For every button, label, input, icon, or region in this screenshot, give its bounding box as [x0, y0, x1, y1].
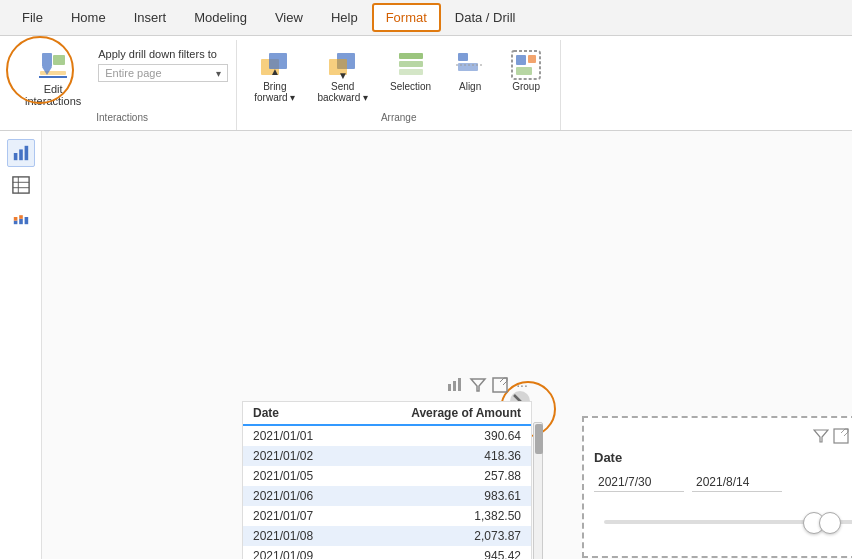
svg-rect-41	[834, 429, 848, 443]
table-row: 2021/01/06983.61	[243, 486, 531, 506]
svg-rect-39	[493, 378, 507, 392]
table-cell-amount: 418.36	[353, 446, 531, 466]
svg-marker-40	[814, 430, 828, 442]
svg-rect-32	[24, 217, 28, 224]
filter-icon[interactable]	[469, 376, 487, 394]
expand-icon-svg	[491, 376, 509, 394]
svg-rect-18	[516, 55, 526, 65]
svg-rect-31	[19, 215, 23, 219]
table-row: 2021/01/02418.36	[243, 446, 531, 466]
drill-filter-select[interactable]: Entire page ▾	[98, 64, 228, 82]
arrange-group-label: Arrange	[245, 112, 552, 126]
svg-rect-28	[13, 221, 17, 225]
selection-label: Selection	[390, 81, 431, 92]
align-button[interactable]: Align	[444, 44, 496, 97]
edit-interactions-button[interactable]: Edit interactions	[16, 44, 90, 112]
drill-filter-value: Entire page	[105, 67, 161, 79]
svg-text:▲: ▲	[270, 66, 280, 77]
left-sidebar	[0, 131, 42, 559]
table-visual: ··· Date Average of Amount 2021/01/01390…	[242, 401, 532, 559]
table-cell-date: 2021/01/05	[243, 466, 353, 486]
tab-home[interactable]: Home	[57, 2, 120, 33]
tab-data-drill[interactable]: Data / Drill	[441, 2, 530, 33]
ribbon: File Home Insert Modeling View Help Form…	[0, 0, 852, 131]
svg-rect-0	[40, 71, 66, 75]
align-label: Align	[459, 81, 481, 92]
date-slicer-toolbar: ···	[594, 428, 852, 444]
tab-view[interactable]: View	[261, 2, 317, 33]
bring-forward-icon: ▲	[259, 49, 291, 81]
svg-rect-35	[448, 384, 451, 391]
svg-rect-12	[399, 61, 423, 67]
table-cell-amount: 983.61	[353, 486, 531, 506]
slicer-filter-icon[interactable]	[813, 428, 829, 444]
ribbon-content: Edit interactions Apply drill down filte…	[0, 36, 852, 130]
interactions-group-label: Interactions	[16, 112, 228, 126]
selection-button[interactable]: Selection	[381, 44, 440, 97]
svg-marker-38	[471, 379, 485, 391]
pencil-icon	[37, 49, 69, 81]
group-button[interactable]: Group	[500, 44, 552, 97]
col-header-date: Date	[243, 402, 353, 425]
slicer-expand-icon[interactable]	[833, 428, 849, 444]
svg-rect-20	[516, 67, 532, 75]
table-cell-date: 2021/01/01	[243, 425, 353, 446]
send-backward-label: Sendbackward ▾	[317, 81, 368, 103]
slicer-expand-icon-svg	[833, 428, 849, 444]
tab-file[interactable]: File	[8, 2, 57, 33]
tab-modeling[interactable]: Modeling	[180, 2, 261, 33]
svg-rect-11	[399, 53, 423, 59]
canvas-area: ··· Date Average of Amount 2021/01/01390…	[42, 131, 852, 559]
send-backward-button[interactable]: ▼ Sendbackward ▾	[308, 44, 377, 108]
svg-rect-14	[458, 53, 468, 61]
sidebar-item-table[interactable]	[7, 171, 35, 199]
date-start-input[interactable]	[594, 473, 684, 492]
interactions-inner: Edit interactions Apply drill down filte…	[16, 44, 228, 112]
date-slider[interactable]	[604, 506, 852, 536]
bar-chart-icon	[12, 144, 30, 162]
table-row: 2021/01/01390.64	[243, 425, 531, 446]
bring-forward-button[interactable]: ▲ Bringforward ▾	[245, 44, 304, 108]
interactions-group: Edit interactions Apply drill down filte…	[8, 40, 237, 130]
svg-text:▼: ▼	[338, 70, 348, 81]
date-end-input[interactable]	[692, 473, 782, 492]
date-slicer: ··· Date	[582, 416, 852, 558]
scrollbar-thumb[interactable]	[535, 424, 543, 454]
svg-rect-21	[13, 153, 17, 160]
table-cell-amount: 945.42	[353, 546, 531, 559]
drill-filter-section: Apply drill down filters to Entire page …	[98, 44, 228, 82]
date-inputs	[594, 473, 852, 492]
table-cell-amount: 1,382.50	[353, 506, 531, 526]
sidebar-item-stacked-bar[interactable]	[7, 203, 35, 231]
svg-rect-19	[528, 55, 536, 63]
date-slicer-title: Date	[594, 450, 852, 465]
table-cell-date: 2021/01/07	[243, 506, 353, 526]
svg-rect-3	[53, 55, 65, 65]
scrollbar-track[interactable]	[533, 422, 543, 559]
svg-rect-22	[19, 149, 23, 160]
table-cell-amount: 2,073.87	[353, 526, 531, 546]
svg-rect-29	[13, 217, 17, 221]
col-header-amount: Average of Amount	[353, 402, 531, 425]
svg-rect-37	[458, 378, 461, 391]
tab-format[interactable]: Format	[372, 3, 441, 32]
sidebar-item-bar-chart[interactable]	[7, 139, 35, 167]
slider-thumb-right[interactable]	[819, 512, 841, 534]
drill-filter-label: Apply drill down filters to	[98, 48, 228, 60]
tab-insert[interactable]: Insert	[120, 2, 181, 33]
table-cell-amount: 390.64	[353, 425, 531, 446]
svg-rect-23	[24, 146, 28, 160]
expand-icon[interactable]	[491, 376, 509, 394]
tab-help[interactable]: Help	[317, 2, 372, 33]
bring-forward-label: Bringforward ▾	[254, 81, 295, 103]
arrange-group: ▲ Bringforward ▾ ▼ Sendbackward ▾	[237, 40, 561, 130]
more-options-icon[interactable]: ···	[513, 376, 531, 394]
stacked-bar-icon	[12, 208, 30, 226]
chevron-down-icon: ▾	[216, 68, 221, 79]
table-cell-amount: 257.88	[353, 466, 531, 486]
svg-rect-15	[458, 63, 478, 71]
table-row: 2021/01/082,073.87	[243, 526, 531, 546]
visual-type-icon[interactable]	[447, 376, 465, 394]
table-row: 2021/01/05257.88	[243, 466, 531, 486]
edit-interactions-label: Edit interactions	[25, 83, 81, 107]
